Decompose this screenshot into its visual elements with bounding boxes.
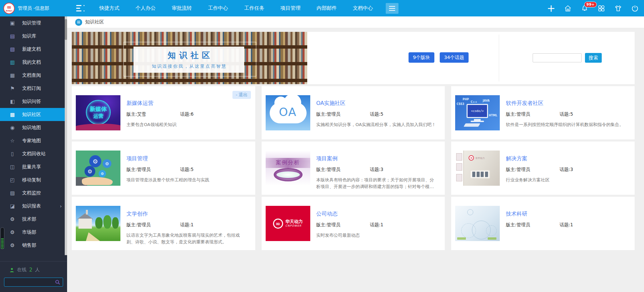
online-suffix: 人 bbox=[35, 267, 40, 273]
image-text: 华天动力 bbox=[285, 219, 303, 224]
hero-panel: 知识社区 知识连接你我，从这里点亮智慧 9个版块 34个话题 搜索 bbox=[72, 32, 635, 84]
image-text: 新媒体 bbox=[90, 105, 107, 113]
board-topic-count: 1 bbox=[191, 222, 194, 227]
image-text: CNPOWER bbox=[285, 224, 303, 227]
board-card-literature: 文学创作 版主:管理员 话题:1 以语言文字为工具形象化地反映客观与现实的艺术，… bbox=[72, 197, 255, 250]
topics-count-badge[interactable]: 34个话题 bbox=[440, 52, 469, 63]
board-image-solutions[interactable]: ∞ 华天动力 bbox=[455, 151, 500, 186]
board-topic-count: 1 bbox=[570, 222, 573, 227]
board-info: 软件开发者社区 版主:管理员 话题:5 软件是一系列按照特定顺序组织的计算机数据… bbox=[500, 95, 628, 139]
board-image-company-news[interactable]: ∞ 华天动力 CNPOWER bbox=[266, 206, 310, 241]
gear-icon: ⚙ bbox=[9, 229, 15, 235]
topbar-actions: + 99+ bbox=[547, 0, 639, 16]
my-document-icon: ▥ bbox=[9, 59, 15, 65]
board-description: 实施相关知识分享，OA实施流程分享，实施人员加入我们吧！ bbox=[316, 121, 438, 128]
image-text: JAVA bbox=[483, 99, 489, 102]
board-image-developers[interactable]: PHP C++ JAVA CSS3 HTML <code/> bbox=[455, 95, 500, 130]
brand-logo-icon: ∞ bbox=[273, 219, 283, 229]
document-icon bbox=[75, 19, 82, 26]
nav-item-approval-flow[interactable]: 审批流转 bbox=[164, 0, 200, 16]
search-icon[interactable] bbox=[55, 280, 60, 285]
qa-chat-icon: ◧ bbox=[9, 99, 15, 105]
boards-count-badge[interactable]: 9个版块 bbox=[409, 52, 434, 63]
sidebar-item-document-recycle-bin[interactable]: ▯ 文档回收站 bbox=[0, 147, 67, 160]
sidebar-item-label: 我的文档 bbox=[22, 59, 41, 65]
documents-stack-icon: ▦ bbox=[9, 72, 15, 78]
board-info: 项目案例 版主:管理员 话题:3 本版块具有特色的内容：项目的要求；关于如何开展… bbox=[310, 151, 438, 195]
nav-more-menu-icon[interactable] bbox=[386, 3, 398, 14]
logo-text: 华天动力 bbox=[6, 10, 12, 12]
sidebar-item-knowledge-base[interactable]: ▤ 知识库 bbox=[0, 30, 67, 43]
sidebar-drag-handle[interactable] bbox=[0, 227, 4, 249]
main-content: 知识社区 知识社区 知识连接你我，从这里点亮智慧 9个版块 34个话题 搜索 新… bbox=[67, 16, 644, 292]
banner-title: 知识社区 bbox=[164, 50, 213, 61]
nav-item-work-tasks[interactable]: 工作任务 bbox=[236, 0, 272, 16]
board-image-oa[interactable]: OA bbox=[266, 95, 310, 130]
board-owner: 管理员 bbox=[327, 222, 340, 227]
nav-item-project-management[interactable]: 项目管理 bbox=[272, 0, 309, 16]
board-title-link[interactable]: 解决方案 bbox=[506, 155, 527, 162]
sidebar-item-batch-share[interactable]: ◫ 批量共享 bbox=[0, 160, 67, 173]
community-search-input[interactable] bbox=[533, 53, 582, 62]
sidebar-item-label: 移动复制 bbox=[22, 177, 41, 183]
board-image-project-management[interactable]: ⚙ ⚙ ⚙ ⚙ bbox=[76, 151, 120, 186]
sidebar-item-knowledge-management[interactable]: ▣ 知识管理 bbox=[0, 16, 67, 30]
sidebar-item-knowledge-reports[interactable]: ◪ 知识报表 › bbox=[0, 199, 67, 213]
board-image-case-analysis[interactable]: 案例分析 bbox=[266, 151, 310, 186]
page-title: 知识社区 bbox=[85, 19, 104, 25]
gear-icon: ⚙ bbox=[85, 166, 95, 177]
home-icon[interactable] bbox=[564, 4, 572, 13]
sidebar-item-tech-department[interactable]: ⚙ 技术部 bbox=[0, 213, 67, 226]
board-title-link[interactable]: 项目管理 bbox=[126, 155, 148, 162]
board-title-link[interactable]: 技术科研 bbox=[506, 211, 527, 218]
sidebar-search-input[interactable] bbox=[4, 278, 63, 286]
board-description: 软件是一系列按照特定顺序组织的计算机数据和指令的集合。 bbox=[506, 121, 628, 128]
nav-item-work-center[interactable]: 工作中心 bbox=[200, 0, 236, 16]
nav-item-internal-mail[interactable]: 内部邮件 bbox=[309, 0, 345, 16]
board-image-tech-research[interactable] bbox=[455, 206, 500, 241]
sidebar-item-move-copy[interactable]: ◰ 移动复制 bbox=[0, 173, 67, 186]
nav-item-personal-office[interactable]: 个人办公 bbox=[127, 0, 164, 16]
board-title-link[interactable]: 项目案例 bbox=[316, 155, 338, 162]
topbar: ∞ 华天动力 管理员 -信息部 快捷方式 个人办公 审批流转 工作中心 工作任务… bbox=[0, 0, 644, 16]
apps-grid-icon[interactable] bbox=[597, 4, 606, 13]
sidebar-scrollbar[interactable] bbox=[65, 16, 67, 255]
power-logout-icon[interactable] bbox=[631, 4, 639, 13]
current-user[interactable]: 管理员 -信息部 bbox=[18, 5, 49, 11]
theme-tshirt-icon[interactable] bbox=[614, 4, 623, 13]
sidebar-item-knowledge-qa[interactable]: ◧ 知识问答 bbox=[0, 95, 67, 108]
sidebar-item-my-documents[interactable]: ▥ 我的文档 bbox=[0, 56, 67, 69]
board-title-link[interactable]: OA实施社区 bbox=[316, 100, 345, 107]
notifications-bell-icon[interactable]: 99+ bbox=[580, 4, 589, 13]
sidebar-item-document-review[interactable]: ▦ 文档查阅 bbox=[0, 69, 67, 82]
company-logo-icon[interactable]: ∞ 华天动力 bbox=[3, 3, 15, 14]
quit-board-button[interactable]: - 退出 bbox=[232, 91, 251, 99]
sidebar-item-document-subscription[interactable]: ⚑ 文档订阅 bbox=[0, 82, 67, 95]
board-title-link[interactable]: 公司动态 bbox=[316, 211, 338, 218]
community-banner[interactable]: 知识社区 知识连接你我，从这里点亮智慧 bbox=[72, 32, 307, 84]
board-title-link[interactable]: 新媒体运营 bbox=[126, 100, 153, 107]
sidebar-item-label: 文档查阅 bbox=[22, 72, 41, 78]
add-icon[interactable]: + bbox=[547, 4, 555, 13]
sidebar-item-document-monitor[interactable]: ▨ 文档监控 bbox=[0, 186, 67, 199]
sidebar-item-sales-department[interactable]: ⚙ 销售部 bbox=[0, 239, 67, 252]
nav-item-shortcuts[interactable]: 快捷方式 bbox=[91, 0, 127, 16]
sidebar-item-expert-map[interactable]: ☆ 专家地图 bbox=[0, 134, 67, 147]
sidebar-scrollbar-thumb[interactable] bbox=[65, 19, 67, 40]
board-image-new-media[interactable]: 新媒体 运营 bbox=[76, 95, 120, 130]
board-owner: 管理员 bbox=[327, 167, 340, 172]
board-card-company-news: ∞ 华天动力 CNPOWER 公司动态 版主:管理员 话题:1 实时发布公司最新… bbox=[262, 197, 445, 250]
sidebar-item-new-document[interactable]: ▧ 新建文档 bbox=[0, 43, 67, 56]
image-text: CSS3 bbox=[457, 103, 464, 106]
sidebar-item-knowledge-community[interactable]: ▩ 知识社区 bbox=[0, 108, 67, 121]
board-title-link[interactable]: 软件开发者社区 bbox=[506, 100, 543, 107]
sidebar-item-market-department[interactable]: ⚙ 市场部 bbox=[0, 226, 67, 239]
board-title-link[interactable]: 文学创作 bbox=[126, 211, 148, 218]
bookmark-icon: ⚑ bbox=[9, 85, 15, 92]
nav-collapse-icon[interactable] bbox=[75, 4, 85, 12]
nav-item-document-center[interactable]: 文档中心 bbox=[345, 0, 381, 16]
board-image-literature[interactable] bbox=[76, 206, 120, 241]
sidebar-item-knowledge-map[interactable]: ◉ 知识地图 bbox=[0, 121, 67, 134]
sidebar-item-label: 文档订阅 bbox=[22, 85, 41, 92]
search-button[interactable]: 搜索 bbox=[585, 53, 602, 63]
